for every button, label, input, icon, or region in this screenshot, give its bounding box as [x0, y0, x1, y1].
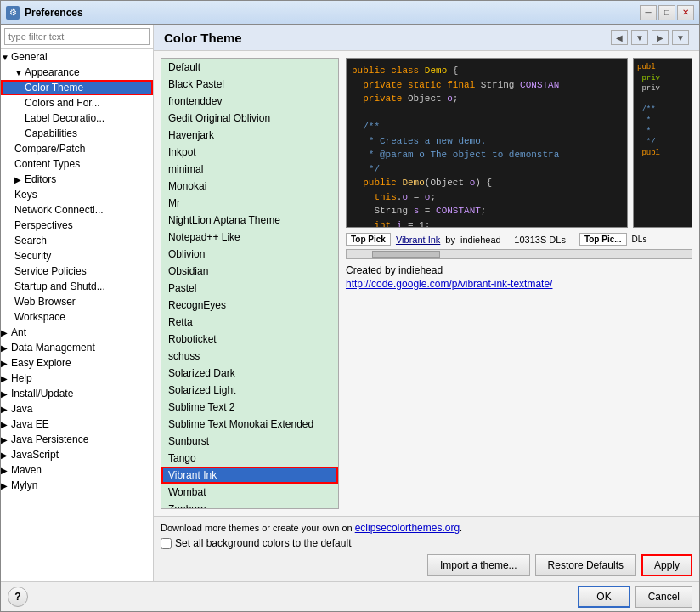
theme-name-link[interactable]: Vibrant Ink [396, 235, 440, 245]
import-button[interactable]: Import a theme... [427, 554, 530, 576]
theme-item-recogneyes[interactable]: RecognEyes [161, 297, 338, 314]
tree-item-colors-fonts[interactable]: Colors and For... [1, 95, 153, 110]
tree-item-install-update[interactable]: ▶Install/Update [1, 386, 153, 401]
extra-nav-button[interactable]: ▼ [672, 30, 689, 45]
theme-item-roboticket[interactable]: Roboticket [161, 331, 338, 348]
horizontal-scrollbar[interactable] [346, 249, 692, 259]
theme-item-vibrant-ink[interactable]: Vibrant Ink [161, 467, 338, 484]
background-colors-checkbox[interactable] [161, 538, 172, 549]
right-panel: Color Theme ◀ ▼ ▶ ▼ Default Black Pastel… [154, 25, 699, 581]
tree-item-maven[interactable]: ▶Maven [1, 462, 153, 478]
tree-item-appearance[interactable]: ▼Appearance [1, 65, 153, 80]
tree-item-color-theme[interactable]: Color Theme [1, 80, 153, 95]
theme-item-schuss[interactable]: schuss [161, 348, 338, 365]
dropdown-button[interactable]: ▼ [631, 30, 648, 45]
action-buttons: Import a theme... Restore Defaults Apply [161, 554, 692, 576]
tree-item-easy-explore[interactable]: ▶Easy Explore [1, 355, 153, 371]
minimize-button[interactable]: ─ [640, 5, 657, 20]
theme-item-nightlion[interactable]: NightLion Aptana Theme [161, 212, 338, 229]
download-link[interactable]: eclipsecolorthemes.org [355, 522, 460, 534]
tree-item-label-decorations[interactable]: Label Decoratio... [1, 110, 153, 126]
tree-item-perspectives[interactable]: Perspectives [1, 218, 153, 233]
theme-item-pastel[interactable]: Pastel [161, 280, 338, 297]
theme-list[interactable]: Default Black Pastel frontenddev Gedit O… [161, 58, 339, 509]
tree-item-workspace[interactable]: Workspace [1, 309, 153, 325]
tree-item-search[interactable]: Search [1, 233, 153, 248]
tree-item-compare-patch[interactable]: Compare/Patch [1, 141, 153, 156]
tree-scroll-area: ▼General ▼Appearance Color Theme Colors … [1, 49, 153, 581]
expand-icon: ▼ [14, 68, 23, 77]
preview-box-small: publ priv priv /** * * */ publ [633, 58, 692, 228]
tree-item-service-policies[interactable]: Service Policies [1, 264, 153, 279]
tree-item-web-browser[interactable]: Web Browser [1, 294, 153, 309]
restore-defaults-button[interactable]: Restore Defaults [535, 554, 636, 576]
theme-item-obsidian[interactable]: Obsidian [161, 263, 338, 280]
main-content: ▼General ▼Appearance Color Theme Colors … [1, 25, 699, 581]
theme-item-sunburst[interactable]: Sunburst [161, 433, 338, 450]
close-button[interactable]: ✕ [677, 5, 694, 20]
tree-item-capabilities[interactable]: Capabilities [1, 126, 153, 141]
cancel-button[interactable]: Cancel [635, 586, 692, 608]
more-downloads-label: DLs [632, 235, 647, 244]
tree-item-java[interactable]: ▶Java [1, 401, 153, 416]
help-button[interactable]: ? [8, 586, 28, 607]
theme-item-wombat[interactable]: Wombat [161, 484, 338, 501]
ok-button[interactable]: OK [578, 586, 629, 608]
tree-item-general[interactable]: ▼General [1, 49, 153, 65]
header-nav: ◀ ▼ ▶ ▼ [611, 30, 689, 45]
theme-item-sublime-text-2[interactable]: Sublime Text 2 [161, 399, 338, 416]
forward-button[interactable]: ▶ [652, 30, 669, 45]
tree-item-java-persistence[interactable]: ▶Java Persistence [1, 432, 153, 447]
window-icon: ⚙ [6, 6, 20, 20]
download-label: Download more themes or create your own … [161, 523, 353, 533]
tree-item-help[interactable]: ▶Help [1, 371, 153, 386]
tree-item-javascript[interactable]: ▶JavaScript [1, 447, 153, 462]
tree-item-startup[interactable]: Startup and Shutd... [1, 279, 153, 294]
tree-item-security[interactable]: Security [1, 248, 153, 264]
theme-item-tango[interactable]: Tango [161, 450, 338, 467]
tree-item-network-connections[interactable]: Network Connecti... [1, 202, 153, 218]
content-area: Default Black Pastel frontenddev Gedit O… [154, 51, 699, 516]
theme-item-black-pastel[interactable]: Black Pastel [161, 76, 338, 93]
scrollbar-thumb[interactable] [372, 251, 440, 258]
theme-item-solarized-dark[interactable]: Solarized Dark [161, 365, 338, 382]
theme-item-inkpot[interactable]: Inkpot [161, 144, 338, 161]
preview-box-main: public class Demo { private static final… [346, 58, 628, 228]
top-pick-badge-2: Top Pic... [579, 233, 627, 246]
tree-item-ant[interactable]: ▶Ant [1, 325, 153, 340]
tree-item-content-types[interactable]: Content Types [1, 156, 153, 172]
theme-item-monokai[interactable]: Monokai [161, 178, 338, 195]
theme-item-solarized-light[interactable]: Solarized Light [161, 382, 338, 399]
preview-area: public class Demo { private static final… [346, 58, 692, 509]
theme-item-gedit[interactable]: Gedit Original Oblivion [161, 110, 338, 127]
creator-link[interactable]: http://code.google.com/p/vibrant-ink-tex… [346, 278, 692, 290]
tree-item-data-management[interactable]: ▶Data Management [1, 340, 153, 355]
checkbox-row: Set all background colors to the default [161, 537, 692, 549]
maximize-button[interactable]: □ [658, 5, 675, 20]
theme-item-frontenddev[interactable]: frontenddev [161, 93, 338, 110]
tree-item-mylyn[interactable]: ▶Mylyn [1, 478, 153, 493]
theme-item-minimal[interactable]: minimal [161, 161, 338, 178]
tree-item-editors[interactable]: ▶Editors [1, 172, 153, 187]
filter-bar [1, 25, 153, 49]
filter-input[interactable] [4, 28, 150, 45]
window-controls: ─ □ ✕ [640, 5, 694, 20]
left-panel: ▼General ▼Appearance Color Theme Colors … [1, 25, 154, 581]
right-header: Color Theme ◀ ▼ ▶ ▼ [154, 25, 699, 51]
theme-item-retta[interactable]: Retta [161, 314, 338, 331]
tree-item-java-ee[interactable]: ▶Java EE [1, 416, 153, 432]
theme-item-notepad[interactable]: Notepad++ Like [161, 229, 338, 246]
theme-item-havenjark[interactable]: Havenjark [161, 127, 338, 144]
preferences-window: ⚙ Preferences ─ □ ✕ ▼General ▼ [0, 0, 700, 612]
theme-item-oblivion[interactable]: Oblivion [161, 246, 338, 263]
theme-item-sublime-monokai[interactable]: Sublime Text Monokai Extended [161, 416, 338, 433]
apply-button[interactable]: Apply [641, 554, 692, 576]
preview-images: public class Demo { private static final… [346, 58, 692, 228]
theme-item-mr[interactable]: Mr [161, 195, 338, 212]
page-title: Color Theme [164, 31, 242, 45]
theme-item-default[interactable]: Default [161, 59, 338, 76]
back-button[interactable]: ◀ [611, 30, 628, 45]
tree-item-keys[interactable]: Keys [1, 187, 153, 202]
download-text: Download more themes or create your own … [161, 522, 692, 534]
theme-item-zenburn[interactable]: Zenburn [161, 501, 338, 509]
